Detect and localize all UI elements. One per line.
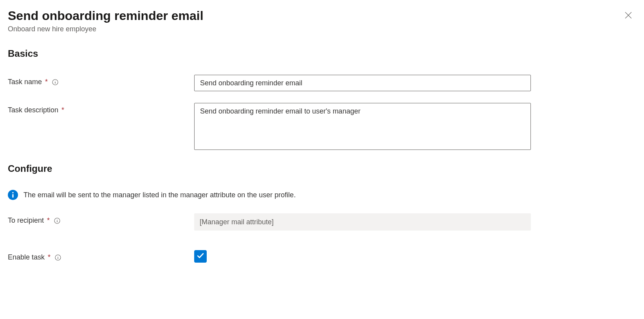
- enable-task-label: Enable task: [8, 253, 45, 261]
- info-icon[interactable]: [52, 79, 59, 86]
- svg-point-6: [12, 192, 13, 193]
- close-button[interactable]: [622, 9, 635, 22]
- task-name-label-cell: Task name *: [8, 75, 194, 86]
- page-title: Send onboarding reminder email: [8, 8, 636, 23]
- required-asterisk: *: [48, 253, 51, 261]
- info-icon[interactable]: [54, 217, 61, 224]
- checkmark-icon: [197, 252, 204, 261]
- task-name-row: Task name *: [8, 75, 636, 91]
- to-recipient-label: To recipient: [8, 216, 44, 225]
- info-message: The email will be sent to the manager li…: [8, 190, 636, 200]
- configure-heading: Configure: [8, 163, 636, 174]
- task-description-input-cell: [194, 103, 531, 151]
- task-name-input-cell: [194, 75, 531, 91]
- close-icon: [625, 12, 632, 20]
- svg-point-12: [58, 256, 58, 256]
- task-description-label: Task description: [8, 106, 58, 114]
- task-name-input[interactable]: [194, 75, 531, 91]
- required-asterisk: *: [47, 216, 50, 225]
- to-recipient-row: To recipient * [Manager mail attribute]: [8, 213, 636, 231]
- page-subtitle: Onboard new hire employee: [8, 25, 636, 33]
- required-asterisk: *: [61, 106, 64, 114]
- task-description-row: Task description *: [8, 103, 636, 151]
- to-recipient-input-cell: [Manager mail attribute]: [194, 213, 531, 231]
- to-recipient-label-cell: To recipient *: [8, 213, 194, 225]
- panel-header: Send onboarding reminder email Onboard n…: [8, 8, 636, 33]
- enable-task-row: Enable task *: [8, 250, 636, 263]
- svg-point-3: [55, 81, 55, 81]
- info-icon[interactable]: [54, 254, 61, 261]
- svg-point-9: [57, 219, 57, 220]
- to-recipient-readonly: [Manager mail attribute]: [194, 213, 531, 231]
- enable-task-checkbox[interactable]: [194, 250, 207, 263]
- enable-task-input-cell: [194, 250, 531, 263]
- task-description-label-cell: Task description *: [8, 103, 194, 114]
- info-message-text: The email will be sent to the manager li…: [23, 191, 296, 199]
- svg-rect-7: [12, 194, 13, 198]
- task-name-label: Task name: [8, 78, 42, 86]
- task-description-input[interactable]: [194, 103, 531, 150]
- basics-heading: Basics: [8, 48, 636, 59]
- enable-task-label-cell: Enable task *: [8, 250, 194, 261]
- info-filled-icon: [8, 190, 18, 200]
- required-asterisk: *: [45, 78, 48, 86]
